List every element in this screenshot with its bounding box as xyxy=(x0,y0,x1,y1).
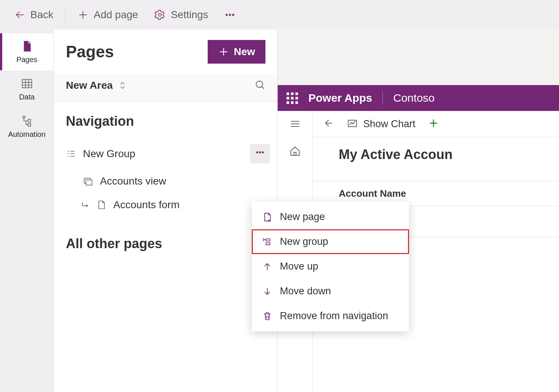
search-button[interactable] xyxy=(254,79,265,92)
svg-point-5 xyxy=(23,116,25,118)
home-icon xyxy=(289,145,301,158)
sidebar-pages-label: Pages xyxy=(16,55,37,64)
top-toolbar: Back Add page Settings xyxy=(0,0,559,30)
svg-point-11 xyxy=(262,152,264,153)
nav-group-label: New Group xyxy=(83,148,250,160)
view-icon xyxy=(83,176,93,186)
preview-menu-button[interactable] xyxy=(289,118,301,132)
show-chart-label: Show Chart xyxy=(363,118,415,130)
add-page-label: Add page xyxy=(94,9,138,21)
svg-rect-4 xyxy=(22,80,32,88)
ctx-new-group[interactable]: New group xyxy=(252,229,409,254)
new-group-icon xyxy=(262,237,272,247)
ctx-move-up[interactable]: Move up xyxy=(252,254,409,279)
sidebar-item-data[interactable]: Data xyxy=(0,71,54,108)
sidebar-automation-label: Automation xyxy=(8,130,46,139)
preview-view-title: My Active Accoun xyxy=(313,137,559,166)
preview-command-bar: Show Chart xyxy=(313,111,559,137)
svg-point-8 xyxy=(256,81,263,88)
arrow-left-icon xyxy=(14,9,25,20)
settings-button[interactable]: Settings xyxy=(148,6,215,24)
ellipsis-icon xyxy=(255,148,265,157)
search-icon xyxy=(254,79,265,90)
toolbar-divider xyxy=(65,6,66,24)
sidebar-data-label: Data xyxy=(19,93,34,101)
arrow-left-icon xyxy=(323,118,334,129)
ctx-label: New group xyxy=(280,236,328,247)
ctx-label: Move up xyxy=(280,261,318,272)
nav-group[interactable]: New Group xyxy=(54,138,277,169)
left-sidebar: Pages Data Automation xyxy=(0,30,54,392)
sidebar-item-automation[interactable]: Automation xyxy=(0,108,54,145)
nav-group-more-button[interactable] xyxy=(250,144,270,163)
ctx-label: Remove from navigation xyxy=(280,310,388,322)
ctx-new-page[interactable]: New page xyxy=(252,205,409,229)
ctx-label: New page xyxy=(280,211,325,223)
form-icon xyxy=(96,200,107,210)
preview-env[interactable]: Contoso xyxy=(393,92,435,104)
nav-item-label: Accounts form xyxy=(113,199,270,211)
plus-icon xyxy=(428,118,439,129)
table-icon xyxy=(21,77,33,90)
pages-panel: Pages New New Area Navigation New Group xyxy=(54,30,278,392)
svg-point-2 xyxy=(229,14,231,16)
hamburger-icon xyxy=(289,118,301,130)
show-chart-button[interactable]: Show Chart xyxy=(347,118,415,130)
new-page-icon xyxy=(262,212,272,222)
nav-item-accounts-view[interactable]: Accounts view xyxy=(54,169,277,193)
group-icon xyxy=(66,149,76,159)
arrow-down-icon xyxy=(262,286,272,297)
svg-point-9 xyxy=(256,152,258,153)
plus-icon xyxy=(77,9,88,20)
area-label: New Area xyxy=(66,80,113,91)
gear-icon xyxy=(154,9,165,20)
preview-header-divider xyxy=(382,91,383,105)
preview-home-button[interactable] xyxy=(289,145,301,159)
plus-icon xyxy=(218,46,229,57)
ctx-label: Move down xyxy=(280,285,331,297)
back-button[interactable]: Back xyxy=(7,6,60,24)
ctx-move-down[interactable]: Move down xyxy=(252,279,409,304)
new-button[interactable]: New xyxy=(208,40,265,64)
nav-item-label: Accounts view xyxy=(100,175,270,187)
trash-icon xyxy=(262,311,272,321)
context-menu: New page New group Move up Move down Rem… xyxy=(252,202,409,331)
area-selector[interactable]: New Area xyxy=(66,80,127,91)
new-button-label: New xyxy=(234,46,255,58)
ctx-remove[interactable]: Remove from navigation xyxy=(252,304,409,328)
preview-header: Power Apps Contoso xyxy=(278,85,559,111)
svg-point-10 xyxy=(259,152,261,153)
ellipsis-icon xyxy=(224,9,235,20)
chart-icon xyxy=(347,118,358,129)
svg-point-3 xyxy=(232,14,234,16)
svg-rect-7 xyxy=(28,124,30,126)
arrow-up-icon xyxy=(262,261,272,272)
active-indicator xyxy=(0,33,2,70)
nav-item-accounts-form[interactable]: Accounts form xyxy=(54,193,277,217)
settings-label: Settings xyxy=(171,9,208,21)
preview-brand: Power Apps xyxy=(308,92,372,104)
svg-rect-13 xyxy=(86,180,92,185)
svg-point-1 xyxy=(226,14,228,16)
panel-title: Pages xyxy=(66,43,114,61)
page-icon xyxy=(21,40,33,53)
chevron-updown-icon xyxy=(118,81,127,90)
add-page-button[interactable]: Add page xyxy=(71,6,145,24)
automation-icon xyxy=(21,115,33,127)
sidebar-item-pages[interactable]: Pages xyxy=(0,33,54,71)
navigation-tree: New Group Accounts view Accounts form xyxy=(54,138,277,224)
svg-point-0 xyxy=(158,13,161,16)
back-label: Back xyxy=(30,9,53,21)
preview-back-button[interactable] xyxy=(323,118,334,130)
subitem-arrow-icon xyxy=(81,200,91,210)
preview-new-button[interactable] xyxy=(428,118,439,130)
toolbar-overflow-button[interactable] xyxy=(218,6,242,23)
other-pages-heading: All other pages xyxy=(54,224,277,260)
waffle-icon[interactable] xyxy=(287,92,298,104)
svg-rect-6 xyxy=(28,119,30,122)
navigation-heading: Navigation xyxy=(54,102,277,138)
